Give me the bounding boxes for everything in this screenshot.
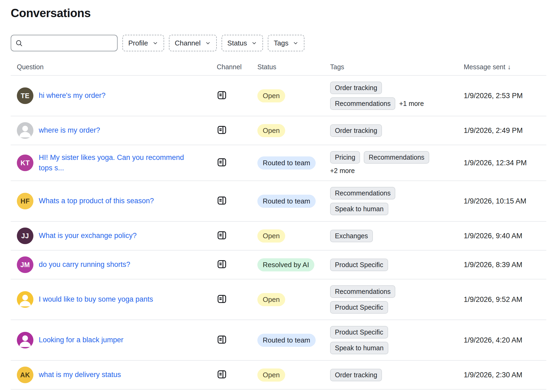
filter-status-button[interactable]: Status — [222, 35, 263, 51]
filter-tags-button[interactable]: Tags — [268, 35, 304, 51]
tag-line: Recommendations — [330, 285, 395, 298]
tag-line: Order tracking — [330, 369, 382, 381]
table-row[interactable]: where is my order? Open Order tracking 1… — [11, 116, 546, 145]
filter-profile-label: Profile — [128, 39, 148, 47]
question-cell: KT HI! My sister likes yoga. Can you rec… — [11, 152, 212, 173]
table-row[interactable]: TE hi where's my order? Open Order track… — [11, 76, 546, 116]
avatar: KT — [17, 155, 33, 171]
question-link[interactable]: What is your exchange policy? — [39, 230, 137, 241]
search-input[interactable] — [26, 39, 113, 47]
tag-badge: Speak to human — [330, 203, 388, 215]
tag-line: Speak to human — [330, 203, 388, 215]
table-row[interactable]: JJ What is your exchange policy? Open Ex… — [11, 222, 546, 251]
tag-badge: Pricing — [330, 151, 360, 164]
chevron-down-icon — [293, 40, 299, 46]
question-cell: AK what is my delivery status — [11, 367, 212, 383]
avatar: HF — [17, 193, 33, 209]
filter-channel-label: Channel — [175, 39, 201, 47]
widget-channel-icon — [217, 125, 227, 135]
person-avatar-icon — [17, 122, 33, 139]
message-sent-cell: 1/9/2026, 10:15 AM — [461, 197, 546, 205]
tag-line: +2 more — [330, 167, 355, 175]
message-sent-cell: 1/9/2026, 2:49 PM — [461, 126, 546, 135]
tag-line: PricingRecommendations — [330, 151, 429, 164]
question-link[interactable]: where is my order? — [39, 125, 100, 136]
avatar: JJ — [17, 228, 33, 244]
message-sent-cell: 1/9/2026, 2:30 AM — [461, 371, 546, 379]
more-tags-label: +2 more — [330, 167, 355, 175]
channel-cell — [212, 125, 247, 136]
channel-cell — [212, 230, 247, 241]
status-cell: Routed to team — [247, 156, 330, 170]
widget-channel-icon — [217, 369, 227, 379]
status-badge: Open — [257, 368, 285, 382]
question-cell: Looking for a black jumper — [11, 332, 212, 348]
table-row[interactable]: I would like to buy some yoga pants Open… — [11, 279, 546, 320]
question-link[interactable]: HI! My sister likes yoga. Can you recomm… — [39, 152, 194, 173]
status-cell: Open — [247, 124, 330, 137]
channel-cell — [212, 157, 247, 168]
question-link[interactable]: do you carry running shorts? — [39, 259, 130, 270]
widget-channel-icon — [217, 294, 227, 304]
widget-channel-icon — [217, 157, 227, 167]
tag-badge: Product Specific — [330, 326, 388, 339]
status-cell: Open — [247, 229, 330, 243]
avatar: TE — [17, 87, 33, 104]
tag-badge: Recommendations — [364, 151, 429, 164]
tags-cell: Order tracking — [330, 369, 461, 381]
tag-line: Recommendations — [330, 187, 395, 199]
question-link[interactable]: hi where's my order? — [39, 90, 106, 101]
status-cell: Open — [247, 293, 330, 306]
table-row[interactable]: Looking for a black jumper Routed to tea… — [11, 320, 546, 361]
question-cell: JM do you carry running shorts? — [11, 256, 212, 273]
more-tags-label: +1 more — [399, 100, 424, 107]
column-header-tags: Tags — [330, 63, 461, 71]
tags-cell: Product Specific — [330, 259, 461, 271]
table-row[interactable]: HF Whats a top product of this season? R… — [11, 181, 546, 222]
tag-badge: Order tracking — [330, 82, 382, 94]
question-link[interactable]: Whats a top product of this season? — [39, 196, 154, 206]
status-badge: Open — [257, 89, 285, 102]
filter-channel-button[interactable]: Channel — [169, 35, 217, 51]
question-cell: where is my order? — [11, 122, 212, 139]
question-link[interactable]: I would like to buy some yoga pants — [39, 294, 153, 305]
question-link[interactable]: what is my delivery status — [39, 370, 121, 380]
table-row[interactable]: AK what is my delivery status Open Order… — [11, 361, 546, 390]
message-sent-cell: 1/9/2026, 4:20 AM — [461, 336, 546, 344]
tags-cell: Product SpecificSpeak to human — [330, 326, 461, 354]
person-avatar-icon — [17, 291, 33, 308]
status-cell: Open — [247, 89, 330, 102]
widget-channel-icon — [217, 259, 227, 269]
filter-tags-label: Tags — [274, 39, 288, 47]
filter-profile-button[interactable]: Profile — [122, 35, 164, 51]
table-header-row: Question Channel Status Tags Message sen… — [11, 63, 546, 76]
status-badge: Open — [257, 293, 285, 306]
widget-channel-icon — [217, 195, 227, 206]
message-sent-cell: 1/9/2026, 8:39 AM — [461, 261, 546, 269]
question-cell: TE hi where's my order? — [11, 87, 212, 104]
tag-line: Product Specific — [330, 259, 388, 271]
tag-badge: Speak to human — [330, 342, 388, 354]
tag-badge: Recommendations — [330, 285, 395, 298]
question-cell: JJ What is your exchange policy? — [11, 228, 212, 244]
toolbar: Profile Channel Status Tags — [11, 35, 546, 51]
tag-line: Exchanges — [330, 230, 373, 242]
table-row[interactable]: KT HI! My sister likes yoga. Can you rec… — [11, 145, 546, 181]
chevron-down-icon — [251, 40, 257, 46]
status-badge: Resolved by AI — [257, 258, 314, 271]
question-link[interactable]: Looking for a black jumper — [39, 335, 123, 345]
question-cell: HF Whats a top product of this season? — [11, 193, 212, 209]
column-header-message-sent[interactable]: Message sent↓ — [461, 63, 546, 71]
status-badge: Routed to team — [257, 156, 316, 170]
widget-channel-icon — [217, 335, 227, 345]
message-sent-cell: 1/9/2026, 9:52 AM — [461, 295, 546, 304]
tag-badge: Recommendations — [330, 187, 395, 199]
tag-badge: Product Specific — [330, 301, 388, 314]
tag-badge: Product Specific — [330, 259, 388, 271]
conversations-table-body: TE hi where's my order? Open Order track… — [11, 76, 546, 390]
widget-channel-icon — [217, 230, 227, 240]
tags-cell: RecommendationsSpeak to human — [330, 187, 461, 215]
tags-cell: Order trackingRecommendations+1 more — [330, 82, 461, 110]
channel-cell — [212, 195, 247, 207]
table-row[interactable]: JM do you carry running shorts? Resolved… — [11, 251, 546, 279]
